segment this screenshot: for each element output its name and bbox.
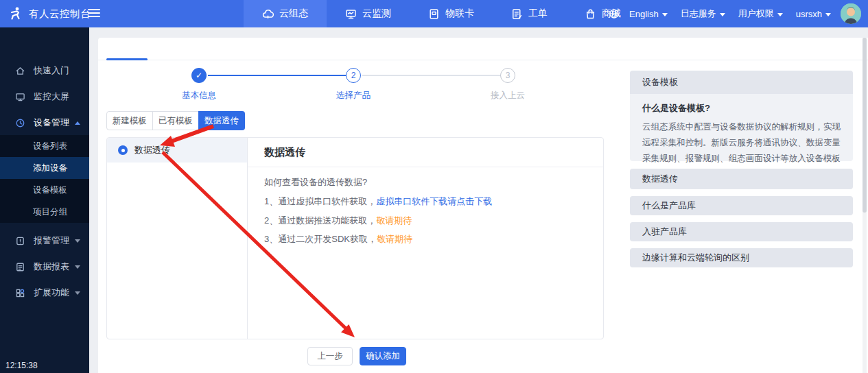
template-tab-existing[interactable]: 已有模板 xyxy=(152,111,199,130)
help-panel-passthrough[interactable]: 数据透传 xyxy=(630,169,853,189)
app-root: 有人云控制台 云组态 云监测 物联卡 工单 商城 xyxy=(0,0,868,373)
template-tab-new[interactable]: 新建模板 xyxy=(106,111,153,130)
username-label: usrsxh xyxy=(796,9,822,19)
topbar-right: English 日志服务 用户权限 usrsxh xyxy=(609,0,861,27)
option-row-passthrough[interactable]: 数据透传 xyxy=(107,138,247,163)
usr-logo-icon xyxy=(8,6,23,21)
help-panel-body: 什么是设备模板? 云组态系统中配置与设备数据协议的解析规则，实现远程采集和控制。… xyxy=(630,94,853,161)
detail-item-text: 1、通过虚拟串口软件获取， xyxy=(264,196,376,206)
cloud-scada-icon xyxy=(262,8,274,20)
sidebar-item-label: 设备管理 xyxy=(34,117,69,129)
sidebar-item-data-report[interactable]: 数据报表 xyxy=(0,254,89,280)
log-service-label: 日志服务 xyxy=(681,8,716,20)
sidebar-item-quickstart[interactable]: 快速入门 xyxy=(0,58,89,84)
step-1-circle: ✓ xyxy=(191,68,207,83)
alarm-icon xyxy=(15,236,25,246)
detail-item: 1、通过虚拟串口软件获取，虚拟串口软件下载请点击下载 xyxy=(264,195,492,208)
active-tab-underline xyxy=(106,58,148,60)
username-dropdown[interactable]: usrsxh xyxy=(793,9,834,19)
step-2-number: 2 xyxy=(351,71,356,80)
option-label: 数据透传 xyxy=(134,144,170,156)
sidebar-item-label: 数据报表 xyxy=(34,261,69,273)
report-icon xyxy=(15,262,25,272)
sidebar-item-label: 报警管理 xyxy=(34,234,69,247)
scrollbar-thumb[interactable] xyxy=(863,38,867,213)
user-permission-label: 用户权限 xyxy=(738,8,774,20)
clock-timestamp: 12:15:38 xyxy=(5,361,38,370)
topnav-item-work-order[interactable]: 工单 xyxy=(493,0,566,27)
sidebar-item-extensions[interactable]: 扩展功能 xyxy=(0,280,89,306)
screen-icon xyxy=(15,92,25,102)
chevron-down-icon xyxy=(75,265,80,269)
confirm-add-button[interactable]: 确认添加 xyxy=(360,347,406,365)
help-panel-join-product-lib[interactable]: 入驻产品库 xyxy=(630,222,853,241)
coming-soon-label: 敬请期待 xyxy=(377,234,412,244)
help-panel-what-is-product-lib[interactable]: 什么是产品库 xyxy=(630,196,853,215)
step-connector-pending xyxy=(362,75,500,76)
step-3-number: 3 xyxy=(506,71,511,80)
check-icon: ✓ xyxy=(196,71,202,80)
chevron-down-icon xyxy=(720,13,725,16)
top-nav: 云组态 云监测 物联卡 工单 商城 xyxy=(244,0,640,27)
chevron-down-icon xyxy=(75,239,80,243)
step-1-label: 基本信息 xyxy=(165,90,233,101)
iot-card-icon xyxy=(428,8,440,20)
chevron-down-icon xyxy=(75,291,80,295)
brand: 有人云控制台 xyxy=(0,0,91,27)
topnav-item-monitor[interactable]: 云监测 xyxy=(327,0,410,27)
log-service-dropdown[interactable]: 日志服务 xyxy=(677,8,729,20)
radio-selected-icon[interactable] xyxy=(118,145,128,155)
detail-item: 3、通过二次开发SDK获取，敬请期待 xyxy=(264,233,412,245)
template-tab-passthrough[interactable]: 数据透传 xyxy=(198,111,245,130)
work-order-icon xyxy=(511,8,523,20)
sidebar-item-device-mgmt[interactable]: 设备管理 xyxy=(0,110,89,136)
detail-item-text: 3、通过二次开发SDK获取， xyxy=(264,234,377,244)
language-dropdown[interactable]: English xyxy=(626,9,671,19)
download-link[interactable]: 虚拟串口软件下载请点击下载 xyxy=(376,196,492,206)
topnav-label: 云监测 xyxy=(362,8,391,20)
side-nav: 快速入门 监控大屏 设备管理 设备列表 添加设备 设备模板 项目分组 报警管理 … xyxy=(0,27,89,373)
avatar[interactable] xyxy=(841,3,861,24)
step-connector-done xyxy=(208,75,346,76)
sidebar-subitem-add-device[interactable]: 添加设备 xyxy=(0,157,89,179)
sidebar-item-label: 快速入门 xyxy=(34,64,69,77)
device-icon xyxy=(15,118,25,128)
globe-icon xyxy=(609,8,620,19)
brand-title: 有人云控制台 xyxy=(29,8,91,21)
topnav-label: 物联卡 xyxy=(445,8,474,20)
sidebar-item-label: 监控大屏 xyxy=(34,91,69,103)
detail-item: 2、通过数据推送功能获取，敬请期待 xyxy=(264,215,412,227)
option-list: 数据透传 xyxy=(107,138,248,339)
coming-soon-label: 敬请期待 xyxy=(376,215,412,226)
user-permission-dropdown[interactable]: 用户权限 xyxy=(735,8,786,20)
sidebar-subitem-project-group[interactable]: 项目分组 xyxy=(0,201,89,223)
step-3-label: 接入上云 xyxy=(473,90,542,101)
previous-step-button[interactable]: 上一步 xyxy=(307,347,353,365)
menu-toggle-icon[interactable] xyxy=(88,9,100,17)
topnav-item-iot-card[interactable]: 物联卡 xyxy=(410,0,493,27)
sidebar-item-alarm-mgmt[interactable]: 报警管理 xyxy=(0,228,89,254)
detail-header: 数据透传 xyxy=(248,138,603,167)
step-2-label: 选择产品 xyxy=(319,90,388,101)
sidebar-subitem-device-template[interactable]: 设备模板 xyxy=(0,179,89,201)
topnav-label: 云组态 xyxy=(279,8,308,20)
detail-title: 数据透传 xyxy=(264,146,305,159)
sidebar-item-label: 扩展功能 xyxy=(34,287,69,299)
help-panel-device-template[interactable]: 设备模板 xyxy=(630,71,853,94)
sidebar-item-big-screen[interactable]: 监控大屏 xyxy=(0,84,89,110)
topnav-item-scada[interactable]: 云组态 xyxy=(244,0,327,27)
chevron-down-icon xyxy=(777,13,783,16)
chevron-down-icon xyxy=(662,13,668,16)
step-2-circle: 2 xyxy=(346,68,361,83)
chevron-up-icon xyxy=(75,121,80,125)
top-navbar: 有人云控制台 云组态 云监测 物联卡 工单 商城 xyxy=(0,0,868,27)
tabs-divider xyxy=(98,60,868,60)
help-panel-edge-vs-cloud[interactable]: 边缘计算和云端轮询的区别 xyxy=(630,248,853,267)
device-mgmt-submenu: 设备列表 添加设备 设备模板 项目分组 xyxy=(0,135,89,223)
detail-question: 如何查看设备的透传数据? xyxy=(264,176,367,189)
step-3-circle: 3 xyxy=(500,68,515,83)
sidebar-subitem-device-list[interactable]: 设备列表 xyxy=(0,135,89,157)
chevron-down-icon xyxy=(825,13,831,16)
mall-icon xyxy=(585,8,596,20)
topnav-label: 工单 xyxy=(528,8,548,20)
